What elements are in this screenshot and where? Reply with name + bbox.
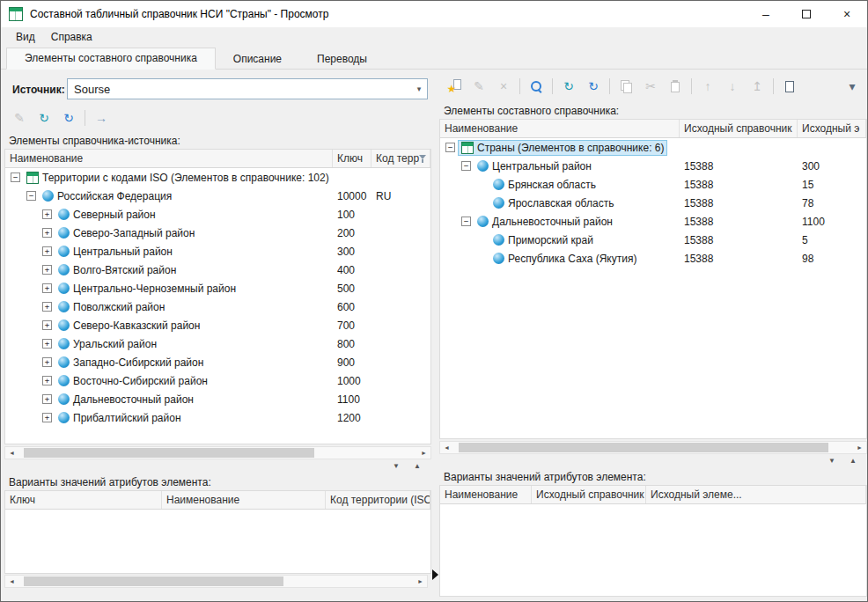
scroll-track[interactable]: [18, 576, 414, 587]
tree-row[interactable]: Республика Саха (Якутия)1538898: [440, 249, 866, 268]
h-scrollbar[interactable]: ◄ ►: [4, 575, 428, 588]
menu-item[interactable]: Справка: [43, 28, 100, 46]
column-header[interactable]: Наименование: [5, 150, 333, 167]
scroll-left-button[interactable]: ◄: [5, 447, 18, 459]
scroll-thumb[interactable]: [24, 576, 283, 586]
panel-splitter[interactable]: [432, 71, 438, 598]
splitter-up-button[interactable]: ▲: [847, 457, 859, 465]
tree-row[interactable]: +Волго-Вятский район400: [5, 261, 430, 279]
scroll-left-button[interactable]: ◄: [5, 576, 18, 587]
maximize-button[interactable]: [786, 1, 827, 27]
column-header[interactable]: Исходный э: [798, 120, 866, 137]
cut-button[interactable]: ✂: [638, 76, 663, 97]
delete-button[interactable]: ×: [491, 76, 516, 97]
collapse-icon[interactable]: −: [461, 217, 471, 226]
scroll-left-button[interactable]: ◄: [440, 442, 453, 453]
search-button[interactable]: [524, 76, 548, 97]
refresh-button[interactable]: ↻: [581, 76, 606, 97]
tree-row[interactable]: +Поволжский район600: [5, 297, 430, 316]
column-header[interactable]: Исходный справочник: [680, 120, 798, 137]
edit-button[interactable]: ✎: [467, 76, 491, 97]
tree-node[interactable]: Поволжский район: [55, 299, 168, 315]
scroll-right-button[interactable]: ►: [414, 576, 427, 587]
expand-icon[interactable]: +: [42, 283, 52, 293]
column-header[interactable]: Исходный справочник: [532, 486, 646, 503]
column-header[interactable]: Наименование: [440, 486, 532, 503]
tree-row[interactable]: −Центральный район15388300: [440, 157, 866, 175]
splitter-collapse-button[interactable]: [432, 569, 438, 580]
column-header[interactable]: Ключ: [5, 491, 162, 509]
tree-row[interactable]: +Восточно-Сибирский район1000: [5, 371, 430, 390]
paste-button[interactable]: [663, 76, 688, 97]
tree-row[interactable]: +Прибалтийский район1200: [5, 408, 430, 427]
copy-button[interactable]: [614, 76, 638, 97]
splitter-down-button[interactable]: ▼: [826, 457, 838, 465]
column-header[interactable]: Ключ: [333, 150, 371, 167]
tree-node[interactable]: Северо-Западный район: [55, 225, 198, 241]
tab[interactable]: Переводы: [299, 49, 385, 70]
source-combobox[interactable]: Sourse ▾: [67, 78, 428, 99]
refresh-source-button[interactable]: ↻: [556, 76, 581, 97]
tree-node[interactable]: Волго-Вятский район: [55, 262, 180, 278]
report-button[interactable]: [777, 76, 802, 97]
tree-row[interactable]: +Северо-Кавказский район700: [5, 316, 430, 334]
edit-button[interactable]: ✎: [7, 107, 32, 128]
h-scrollbar[interactable]: ◄ ►: [439, 441, 867, 454]
tree-row[interactable]: −Российская Федерация10000RU: [5, 187, 430, 205]
tree-node[interactable]: Республика Саха (Якутия): [489, 251, 640, 267]
column-header[interactable]: Наименование: [162, 491, 326, 509]
tree-row[interactable]: −Дальневосточный район153881100: [440, 212, 866, 231]
tab[interactable]: Описание: [216, 49, 299, 70]
scroll-thumb[interactable]: [24, 448, 314, 458]
expand-icon[interactable]: +: [42, 320, 52, 330]
tree-row[interactable]: +Уральский район800: [5, 334, 430, 353]
scroll-right-button[interactable]: ►: [853, 442, 866, 453]
tree-node[interactable]: Центрально-Черноземный район: [55, 281, 239, 297]
expand-icon[interactable]: +: [42, 302, 52, 312]
tree-node[interactable]: Прибалтийский район: [55, 410, 185, 426]
tree-node[interactable]: Северный район: [55, 207, 159, 223]
close-button[interactable]: ×: [827, 1, 867, 27]
tree-node[interactable]: Дальневосточный район: [474, 214, 616, 230]
splitter-down-button[interactable]: ▼: [390, 462, 402, 470]
collapse-icon[interactable]: −: [26, 191, 36, 201]
expand-icon[interactable]: +: [42, 265, 52, 275]
move-top-button[interactable]: ↥: [745, 76, 769, 97]
column-header[interactable]: Код терр: [371, 150, 430, 167]
tree-node[interactable]: Северо-Кавказский район: [55, 318, 203, 334]
tree-row[interactable]: +Северный район100: [5, 205, 430, 224]
tree-row[interactable]: −Территории с кодами ISO (Элементов в сп…: [5, 168, 430, 187]
tree-row[interactable]: Ярославская область1538878: [440, 194, 866, 212]
expand-icon[interactable]: +: [42, 228, 52, 238]
tree-row[interactable]: +Центральный район300: [5, 242, 430, 261]
filter-icon[interactable]: [419, 155, 427, 163]
tree-row[interactable]: Брянская область1538815: [440, 175, 866, 194]
scroll-track[interactable]: [453, 442, 853, 453]
h-scrollbar[interactable]: ◄ ►: [4, 446, 431, 459]
tree-row[interactable]: +Центрально-Черноземный район500: [5, 279, 430, 297]
splitter-up-button[interactable]: ▲: [411, 462, 423, 470]
expand-icon[interactable]: +: [42, 376, 52, 385]
expand-icon[interactable]: +: [42, 246, 52, 256]
scroll-thumb[interactable]: [459, 443, 828, 452]
collapse-icon[interactable]: −: [461, 161, 471, 171]
tree-node[interactable]: Страны (Элементов в справочнике: 6): [458, 140, 667, 156]
expand-icon[interactable]: +: [42, 394, 52, 404]
tree-node[interactable]: Российская Федерация: [39, 188, 175, 204]
tree-row[interactable]: −Страны (Элементов в справочнике: 6): [440, 138, 866, 157]
add-element-button[interactable]: ★: [442, 76, 467, 97]
expand-icon[interactable]: +: [42, 209, 52, 219]
tree-node[interactable]: Приморский край: [489, 232, 597, 248]
go-to-source-button[interactable]: →: [89, 107, 114, 128]
tree-row[interactable]: +Дальневосточный район1100: [5, 390, 430, 408]
expand-icon[interactable]: +: [42, 413, 52, 422]
tree-row[interactable]: +Северо-Западный район200: [5, 224, 430, 242]
refresh-button[interactable]: ↻: [56, 107, 81, 128]
minimize-button[interactable]: –: [746, 1, 786, 27]
tree-row[interactable]: +Западно-Сибирский район900: [5, 353, 430, 371]
move-up-button[interactable]: ↑: [695, 76, 720, 97]
tree-node[interactable]: Центральный район: [474, 158, 595, 174]
refresh-source-button[interactable]: ↻: [32, 107, 56, 128]
column-header[interactable]: Код территории (ISO: [326, 491, 430, 509]
tree-node[interactable]: Территории с кодами ISO (Элементов в спр…: [23, 170, 333, 186]
